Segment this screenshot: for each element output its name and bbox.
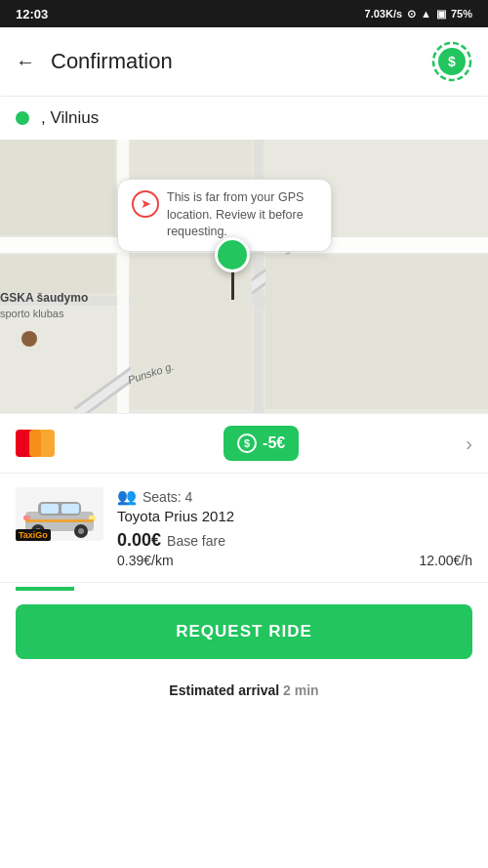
mastercard-icon [16, 430, 57, 457]
taxi-logo: TaxiGo [16, 529, 51, 541]
seats-text: Seats: 4 [142, 489, 192, 505]
gps-arrow-icon: ➤ [132, 190, 159, 218]
pin-stem [231, 272, 234, 300]
battery-level: 75% [451, 8, 472, 20]
svg-rect-14 [265, 255, 488, 409]
status-time: 12:03 [16, 7, 48, 21]
map-area: ➤ This is far from your GPS location. Re… [0, 140, 488, 413]
ride-meta: 👥 Seats: 4 [117, 487, 472, 506]
battery-icon: ▣ [436, 8, 446, 21]
network-speed: 7.03K/s [365, 8, 403, 20]
map-place-label: GSKA šaudymo sporto klubas [0, 291, 88, 320]
payment-chevron-icon[interactable]: › [466, 433, 472, 455]
request-btn-container: REQUEST RIDE [0, 591, 488, 673]
signal-icon: ▲ [421, 8, 431, 20]
estimated-arrival: Estimated arrival 2 min [0, 673, 488, 714]
svg-rect-10 [0, 140, 115, 235]
gps-warning-text: This is far from your GPS location. Revi… [167, 189, 317, 241]
payment-method[interactable] [16, 430, 57, 457]
wifi-icon: ⊙ [407, 8, 416, 21]
fare-details: 0.39€/km 12.00€/h [117, 553, 472, 568]
promo-amount: -5€ [263, 434, 285, 452]
location-bar: , Vilnius [0, 97, 488, 140]
base-fare-row: 0.00€ Base fare [117, 530, 472, 551]
per-km-rate: 0.39€/km [117, 553, 174, 568]
promo-button[interactable]: $ -5€ [224, 426, 299, 461]
location-dot-icon [16, 111, 29, 125]
request-ride-button[interactable]: REQUEST RIDE [16, 604, 472, 659]
base-fare-amount: 0.00€ [117, 530, 161, 551]
reward-badge-button[interactable]: $ [431, 41, 472, 82]
seats-icon: 👥 [117, 487, 137, 506]
svg-text:$: $ [448, 54, 456, 69]
back-button[interactable]: ← [16, 51, 35, 73]
header-left: ← Confirmation [16, 49, 173, 74]
map-pin [215, 237, 250, 300]
car-name: Toyota Prius 2012 [117, 508, 472, 524]
pin-head [215, 237, 250, 272]
ride-info: 👥 Seats: 4 Toyota Prius 2012 0.00€ Base … [117, 487, 472, 568]
car-image: TaxiGo [16, 487, 103, 541]
per-hour-rate: 12.00€/h [420, 553, 473, 568]
svg-rect-12 [0, 255, 115, 294]
svg-rect-17 [41, 504, 59, 514]
ride-card: TaxiGo 👥 Seats: 4 Toyota Prius 2012 0.00… [0, 474, 488, 583]
svg-point-22 [78, 528, 84, 534]
estimated-arrival-time: 2 min [283, 682, 319, 698]
status-bar: 12:03 7.03K/s ⊙ ▲ ▣ 75% [0, 0, 488, 27]
svg-rect-18 [61, 504, 79, 514]
estimated-arrival-prefix: Estimated arrival [169, 682, 279, 698]
location-text: , Vilnius [41, 108, 99, 128]
promo-dollar-icon: $ [237, 434, 257, 453]
base-fare-label: Base fare [167, 533, 225, 549]
page-title: Confirmation [51, 49, 173, 74]
payment-bar: $ -5€ › [0, 413, 488, 474]
svg-rect-25 [25, 519, 94, 522]
header: ← Confirmation $ [0, 27, 488, 97]
map-marker-secondary [21, 331, 37, 347]
status-right: 7.03K/s ⊙ ▲ ▣ 75% [365, 8, 472, 21]
